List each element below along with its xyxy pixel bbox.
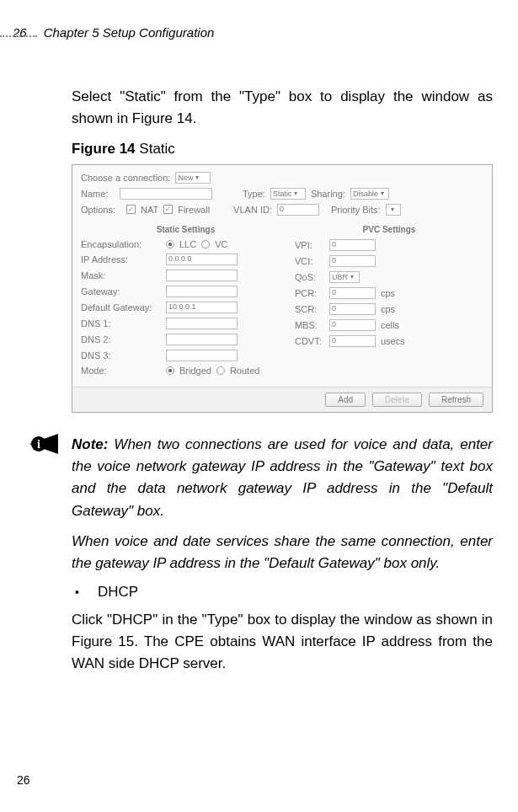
static-settings-title: Static Settings [81, 225, 291, 234]
page-number-header: 26 [13, 25, 27, 40]
name-label: Name: [81, 189, 115, 199]
dns3-label: DNS 3: [81, 350, 161, 361]
pcr-input[interactable]: 0 [329, 287, 376, 299]
mask-label: Mask: [81, 270, 161, 280]
vlan-id-input[interactable]: 0 [277, 204, 319, 216]
dhcp-bullet: • DHCP [75, 584, 493, 601]
type-select[interactable]: Static [270, 188, 306, 200]
dhcp-paragraph: Click "DHCP" in the "Type" box to displa… [72, 609, 493, 676]
vlan-id-label: VLAN ID: [233, 205, 272, 215]
bridged-label: Bridged [179, 366, 211, 376]
gateway-label: Gateway: [81, 286, 161, 296]
note-block: i Note: When two connections are used fo… [72, 434, 493, 575]
vc-radio[interactable] [201, 240, 210, 248]
dns2-label: DNS 2: [81, 334, 161, 345]
dns1-input[interactable] [166, 318, 238, 329]
name-input[interactable] [120, 188, 212, 200]
ip-address-input[interactable]: 0.0.0.0 [166, 254, 238, 265]
vpi-input[interactable]: 0 [329, 239, 376, 251]
cdvt-label: CDVT: [295, 336, 324, 346]
default-gateway-input[interactable]: 10.0.0.1 [166, 302, 238, 313]
qos-select[interactable]: UBR [329, 271, 360, 283]
note-text-1: When two connections are used for voice … [72, 436, 493, 519]
routed-label: Routed [230, 366, 259, 376]
page-number-footer: 26 [17, 773, 30, 787]
llc-label: LLC [179, 239, 196, 249]
figure-screenshot: Choose a connection: New Name: Type: Sta… [72, 164, 493, 413]
vpi-label: VPI: [295, 240, 324, 250]
sharing-label: Sharing: [311, 189, 345, 199]
note-paragraph-1: Note: When two connections are used for … [72, 434, 493, 522]
priority-bits-label: Priority Bits: [331, 205, 381, 215]
add-button[interactable]: Add [325, 393, 366, 407]
pcr-label: PCR: [295, 288, 324, 298]
refresh-button[interactable]: Refresh [429, 393, 483, 407]
cdvt-input[interactable]: 0 [329, 335, 376, 347]
figure-label-bold: Figure 14 [72, 141, 136, 157]
mode-label: Mode: [81, 366, 161, 376]
dns2-input[interactable] [166, 334, 238, 345]
info-icon: i [29, 434, 58, 454]
scr-label: SCR: [295, 304, 324, 314]
encapsulation-label: Encapsulation: [81, 239, 161, 249]
intro-paragraph: Select "Static" from the "Type" box to d… [72, 86, 493, 131]
header-dotted-rule [0, 35, 37, 37]
pvc-settings-column: PVC Settings VPI:0 VCI:0 QoS:UBR PCR:0cp… [295, 220, 483, 380]
choose-connection-label: Choose a connection: [81, 173, 170, 183]
page-header: 26 Chapter 5 Setup Configuration [13, 25, 501, 40]
pcr-unit: cps [381, 288, 395, 298]
choose-connection-select[interactable]: New [175, 172, 211, 184]
cdvt-unit: usecs [381, 336, 405, 346]
type-label: Type: [243, 189, 265, 199]
priority-bits-select[interactable] [386, 204, 401, 216]
sharing-select[interactable]: Disable [350, 188, 389, 200]
bridged-radio[interactable] [166, 366, 174, 375]
nat-checkbox[interactable]: ✓ [126, 205, 136, 214]
bullet-icon: • [75, 585, 79, 599]
static-settings-column: Static Settings Encapsulation: LLC VC IP… [81, 220, 291, 380]
llc-radio[interactable] [166, 240, 174, 248]
page-content: Select "Static" from the "Type" box to d… [72, 86, 493, 676]
mbs-input[interactable]: 0 [329, 319, 376, 331]
figure-button-bar: Add Delete Refresh [72, 387, 492, 412]
routed-radio[interactable] [216, 366, 225, 375]
chapter-title: Chapter 5 Setup Configuration [44, 25, 215, 40]
gateway-input[interactable] [166, 286, 238, 297]
firewall-label: Firewall [178, 205, 210, 215]
scr-input[interactable]: 0 [329, 303, 376, 315]
qos-label: QoS: [295, 272, 324, 282]
ip-address-label: IP Address: [81, 254, 161, 264]
default-gateway-label: Default Gateway: [81, 302, 161, 313]
figure-label-rest: Static [136, 141, 175, 157]
pvc-settings-title: PVC Settings [295, 225, 483, 234]
firewall-checkbox[interactable]: ✓ [163, 205, 173, 214]
note-paragraph-2: When voice and date services share the s… [72, 531, 493, 575]
nat-label: NAT [141, 205, 158, 215]
dns3-input[interactable] [166, 350, 238, 361]
vci-input[interactable]: 0 [329, 255, 376, 267]
dhcp-bullet-label: DHCP [98, 584, 138, 601]
mbs-label: MBS: [295, 320, 324, 330]
mbs-unit: cells [381, 320, 399, 330]
svg-text:i: i [37, 438, 40, 451]
options-label: Options: [81, 205, 121, 215]
note-label: Note: [72, 436, 108, 452]
delete-button[interactable]: Delete [372, 393, 422, 407]
mask-input[interactable] [166, 270, 238, 281]
dns1-label: DNS 1: [81, 318, 161, 329]
figure-caption: Figure 14 Static [72, 141, 493, 158]
scr-unit: cps [381, 304, 395, 314]
vci-label: VCI: [295, 256, 324, 266]
vc-label: VC [215, 239, 227, 249]
